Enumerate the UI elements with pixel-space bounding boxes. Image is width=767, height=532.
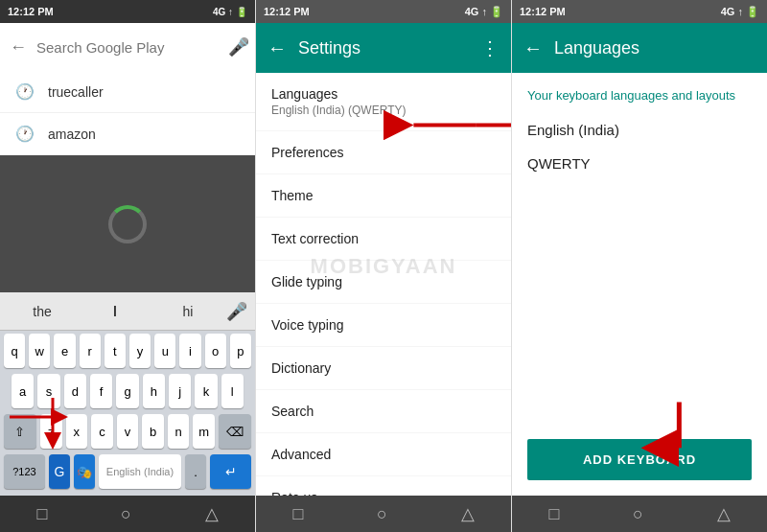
lang-spacer (512, 271, 767, 439)
kbd-row-1: q w e r t y u i o p (0, 331, 255, 371)
key-t[interactable]: t (105, 334, 126, 368)
nav-circle-p1[interactable]: ○ (121, 504, 131, 524)
kbd-row-4: ?123 G 🎭 English (India) . ↵ (0, 451, 255, 492)
search-input[interactable] (36, 39, 219, 56)
key-z[interactable]: z (40, 414, 62, 449)
item-title-dictionary: Dictionary (271, 360, 496, 376)
settings-item-theme[interactable]: Theme (256, 174, 511, 218)
back-icon-languages[interactable]: ← (523, 37, 543, 59)
key-period[interactable]: . (185, 454, 206, 489)
item-title-theme: Theme (271, 188, 496, 203)
kbd-row-2: a s d f g h j k l (0, 371, 255, 411)
key-y[interactable]: y (129, 334, 151, 368)
key-j[interactable]: j (169, 374, 191, 408)
key-p[interactable]: p (230, 334, 251, 368)
status-bar-p3: 12:12 PM 4G ↑ 🔋 (512, 0, 767, 23)
loading-spinner (108, 205, 147, 243)
nav-triangle-p2[interactable]: △ (461, 503, 475, 524)
suggestion-list: 🕐 truecaller 🕐 amazon (0, 71, 255, 155)
key-g[interactable]: g (116, 374, 138, 408)
item-title-search: Search (271, 404, 496, 419)
nav-triangle-p3[interactable]: △ (717, 503, 731, 524)
settings-item-text-correction[interactable]: Text correction (256, 218, 511, 261)
search-bar[interactable]: ← 🎤 (0, 23, 255, 71)
network-p2: 4G ↑ 🔋 (465, 6, 503, 18)
key-q[interactable]: q (4, 334, 25, 368)
key-backspace[interactable]: ⌫ (219, 414, 251, 449)
add-keyboard-button[interactable]: ADD KEYBOARD (527, 439, 752, 480)
item-title-voice-typing: Voice typing (271, 317, 496, 333)
key-i[interactable]: i (179, 334, 200, 368)
more-icon-settings[interactable]: ⋮ (480, 36, 500, 59)
nav-square-p2[interactable]: □ (292, 504, 303, 524)
key-d[interactable]: d (64, 374, 86, 408)
key-l[interactable]: l (221, 374, 244, 408)
key-x[interactable]: x (66, 414, 88, 449)
item-title-preferences: Preferences (271, 145, 496, 160)
suggestion-truecaller[interactable]: 🕐 truecaller (0, 71, 255, 113)
key-settings-g[interactable]: G (49, 454, 70, 489)
lang-toolbar: ← Languages (512, 23, 767, 73)
key-s[interactable]: s (37, 374, 59, 408)
key-c[interactable]: c (91, 414, 113, 449)
key-f[interactable]: f (90, 374, 112, 408)
key-enter[interactable]: ↵ (210, 454, 251, 489)
lang-subtitle: Your keyboard languages and layouts (527, 88, 752, 103)
item-title-text-correction: Text correction (271, 231, 496, 246)
key-b[interactable]: b (142, 414, 164, 449)
nav-circle-p2[interactable]: ○ (377, 504, 387, 524)
item-title-languages: Languages (271, 86, 496, 102)
key-a[interactable]: a (12, 374, 34, 408)
settings-item-rate-us[interactable]: Rate us (256, 476, 511, 496)
item-title-glide-typing: Glide typing (271, 274, 496, 289)
key-r[interactable]: r (80, 334, 101, 368)
key-num[interactable]: ?123 (4, 454, 45, 489)
mic-icon[interactable]: 🎤 (228, 36, 249, 58)
key-w[interactable]: w (29, 334, 50, 368)
key-m[interactable]: m (193, 414, 215, 449)
settings-title: Settings (298, 38, 469, 58)
back-icon-settings[interactable]: ← (267, 37, 287, 59)
panel-languages: 12:12 PM 4G ↑ 🔋 ← Languages Your keyboar… (511, 0, 767, 532)
nav-square-p1[interactable]: □ (36, 504, 47, 524)
time-p1: 12:12 PM (8, 6, 54, 17)
key-shift[interactable]: ⇧ (4, 414, 36, 449)
key-space[interactable]: English (India) (99, 454, 181, 489)
settings-item-languages[interactable]: Languages English (India) (QWERTY) (256, 73, 511, 131)
nav-triangle-p1[interactable]: △ (205, 503, 219, 524)
key-e[interactable]: e (54, 334, 75, 368)
key-k[interactable]: k (195, 374, 217, 408)
key-emoji[interactable]: 🎭 (74, 454, 95, 489)
key-u[interactable]: u (154, 334, 175, 368)
nav-bar-p1: □ ○ △ (0, 496, 255, 532)
panel-settings: 12:12 PM 4G ↑ 🔋 ← Settings ⋮ Languages E… (255, 0, 511, 532)
history-icon-1: 🕐 (15, 125, 35, 143)
key-o[interactable]: o (205, 334, 226, 368)
status-icons-p1: 4G ↑ 🔋 (213, 7, 247, 17)
key-h[interactable]: h (143, 374, 165, 408)
nav-square-p3[interactable]: □ (548, 504, 559, 524)
item-title-advanced: Advanced (271, 447, 496, 462)
settings-item-glide-typing[interactable]: Glide typing (256, 261, 511, 304)
back-arrow-icon[interactable]: ← (10, 37, 27, 58)
network-p3: 4G ↑ 🔋 (721, 6, 759, 18)
settings-item-preferences[interactable]: Preferences (256, 131, 511, 174)
keyboard-suggestions: the l hi 🎤 (0, 292, 255, 331)
settings-item-advanced[interactable]: Advanced (256, 433, 511, 476)
key-n[interactable]: n (168, 414, 190, 449)
key-v[interactable]: v (117, 414, 139, 449)
keyboard-area: the l hi 🎤 q w e r t y u i o p a s d f g… (0, 292, 255, 496)
settings-toolbar: ← Settings ⋮ (256, 23, 511, 73)
nav-bar-p3: □ ○ △ (512, 496, 767, 532)
time-p3: 12:12 PM (520, 6, 566, 17)
lang-option-1[interactable]: QWERTY (527, 151, 752, 175)
suggestion-amazon[interactable]: 🕐 amazon (0, 113, 255, 155)
lang-option-0[interactable]: English (India) (527, 118, 752, 142)
nav-circle-p3[interactable]: ○ (633, 504, 643, 524)
kbd-sugg-0: the (8, 300, 77, 323)
lang-content: Your keyboard languages and layouts Engl… (512, 73, 767, 271)
settings-item-voice-typing[interactable]: Voice typing (256, 304, 511, 347)
settings-item-search[interactable]: Search (256, 390, 511, 433)
kbd-mic-icon[interactable]: 🎤 (226, 301, 247, 322)
settings-item-dictionary[interactable]: Dictionary (256, 347, 511, 390)
